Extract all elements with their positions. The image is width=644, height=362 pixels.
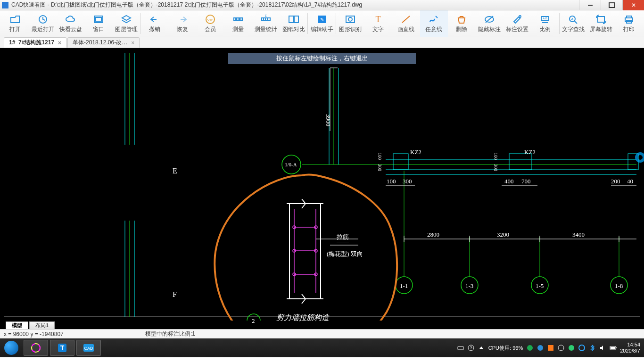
mark-KZ2-1: KZ2	[410, 148, 421, 156]
toolbar-print-button[interactable]: 打印	[615, 10, 643, 37]
toolbar-label: 测量统计	[255, 25, 277, 33]
tray-bluetooth-icon[interactable]	[589, 345, 595, 351]
anno-setting-icon	[511, 14, 523, 25]
toolbar-label: 画直线	[397, 25, 414, 33]
tray-icon-e[interactable]	[568, 345, 575, 351]
toolbar-text-button[interactable]: T文字	[364, 10, 392, 37]
document-tab[interactable]: 单体-2018.12.06-改…×	[67, 37, 140, 48]
toolbar-open-button[interactable]: 打开	[1, 10, 29, 37]
toolbar-label: 最近打开	[32, 25, 54, 33]
toolbar-label: 比例	[539, 25, 551, 33]
measure-icon	[232, 14, 244, 25]
svg-point-95	[569, 345, 574, 351]
detail-title: 剪力墙拉筋构造	[276, 313, 329, 323]
layout-tab[interactable]: 模型	[6, 321, 28, 329]
tab-close-icon[interactable]: ×	[58, 40, 61, 46]
tray-clock[interactable]: 14:54 2020/8/7	[620, 342, 640, 354]
grid-bubble-1-5: 1-5	[536, 282, 544, 290]
toolbar-redo-button[interactable]: 恢复	[168, 10, 196, 37]
toolbar-label: 撤销	[149, 25, 160, 33]
toolbar-label: 图纸对比	[282, 25, 305, 33]
toolbar-hide-anno-button[interactable]: 隐藏标注	[476, 10, 504, 37]
status-coords: x = 96000 y = -1940807	[4, 331, 145, 337]
svg-line-15	[402, 16, 410, 23]
toolbar-rotate-button[interactable]: 屏幕旋转	[587, 10, 615, 37]
svg-rect-98	[616, 347, 617, 348]
taskbar-app-cad[interactable]: CAD	[76, 340, 101, 356]
document-tab[interactable]: 1#_7#结构施1217×	[4, 37, 66, 48]
tray-icon-f[interactable]	[578, 345, 585, 351]
svg-point-64	[636, 154, 644, 161]
axis-label-F: F	[173, 290, 177, 299]
toolbar-label: 图形识别	[339, 25, 362, 33]
document-tabs: 1#_7#结构施1217×单体-2018.12.06-改…×	[0, 37, 644, 48]
grid-bubble-1-1: 1-1	[400, 282, 408, 290]
toolbar-label: 文字查找	[562, 25, 585, 33]
svg-rect-93	[548, 345, 553, 351]
toolbar-scale-button[interactable]: A:B比例	[531, 10, 559, 37]
toolbar-label: 恢复	[177, 25, 188, 33]
text-icon: T	[372, 14, 384, 25]
window-icon	[92, 14, 105, 25]
recent-icon	[37, 14, 49, 25]
dim-400: 400	[504, 178, 514, 185]
tray-icon-a[interactable]	[527, 345, 533, 351]
tray-help-icon[interactable]: ?	[468, 345, 474, 351]
vdim-100a: 100	[377, 153, 382, 160]
toolbar-find-text-button[interactable]: A文字查找	[560, 10, 587, 37]
toolbar-anno-setting-button[interactable]: 标注设置	[504, 10, 531, 37]
edit-assist-icon: ✎	[316, 14, 328, 25]
toolbar-line-button[interactable]: 画直线	[392, 10, 420, 37]
close-button[interactable]	[622, 0, 644, 10]
span-3400: 3400	[572, 231, 585, 239]
toolbar-shape-rec-button[interactable]: 图形识别	[336, 10, 364, 37]
tray-icon-c[interactable]	[547, 345, 554, 351]
detail-anno1: 拉筋	[337, 233, 349, 242]
tray-up-icon[interactable]	[478, 345, 485, 351]
toolbar-measure-stats-button[interactable]: Σ测量统计	[252, 10, 280, 37]
svg-rect-2	[96, 17, 101, 21]
svg-text:A:B: A:B	[543, 17, 547, 20]
toolbar-undo-button[interactable]: 撤销	[140, 10, 168, 37]
tray-battery-icon[interactable]	[610, 345, 616, 351]
toolbar-compare-button[interactable]: 图纸对比	[280, 10, 307, 37]
toolbar-label: 屏幕旋转	[590, 25, 612, 33]
drawing-canvas[interactable]: 按住鼠标左键绘制标注，右键退出	[0, 48, 644, 321]
toolbar-edit-assist-button[interactable]: ✎编辑助手	[308, 10, 336, 37]
minimize-button[interactable]	[579, 0, 601, 10]
dim-700: 700	[521, 178, 531, 185]
toolbar-vip-button[interactable]: VIP会员	[196, 10, 224, 37]
toolbar-window-button[interactable]: 窗口	[84, 10, 112, 37]
svg-rect-44	[393, 154, 408, 170]
svg-point-94	[558, 345, 564, 351]
toolbar-measure-button[interactable]: 测量	[224, 10, 252, 37]
tray-icon-b[interactable]	[537, 345, 544, 351]
toolbar-layer-button[interactable]: 图层管理	[112, 10, 140, 37]
taskbar-app-2[interactable]: T	[50, 340, 74, 356]
status-bar: x = 96000 y = -1940807 模型中的标注比例:1	[0, 329, 644, 338]
vdim-100b: 100	[493, 153, 498, 160]
line-icon	[400, 14, 412, 25]
toolbar-cloud-button[interactable]: 快看云盘	[57, 10, 84, 37]
layout-tab[interactable]: 布局1	[29, 321, 55, 329]
start-button[interactable]	[0, 338, 23, 357]
tray-keyboard-icon[interactable]	[457, 345, 464, 351]
taskbar-app-1[interactable]	[24, 340, 48, 356]
tray-icon-d[interactable]	[558, 345, 564, 351]
scale-icon: A:B	[539, 14, 551, 25]
svg-point-96	[579, 345, 585, 351]
svg-point-18	[519, 16, 521, 17]
toolbar-freeline-button[interactable]: 任意线	[420, 10, 448, 37]
tray-volume-icon[interactable]	[599, 345, 606, 351]
redo-icon	[176, 14, 189, 25]
svg-text:✎: ✎	[320, 17, 324, 22]
toolbar-delete-button[interactable]: 删除	[448, 10, 476, 37]
toolbar-label: 文字	[372, 25, 384, 33]
tab-close-icon[interactable]: ×	[131, 40, 134, 46]
maximize-button[interactable]	[601, 0, 622, 10]
windows-taskbar: T CAD ? CPU使用: 96% 14:54 2020/8/7	[0, 338, 644, 357]
measure-stats-icon: Σ	[260, 14, 272, 25]
window-titlebar: CAD快速看图 - D:\北门拔图纸\北门仗打图电子版（全套）-20181217…	[0, 0, 644, 10]
svg-point-92	[537, 345, 543, 351]
toolbar-recent-button[interactable]: 最近打开	[29, 10, 57, 37]
